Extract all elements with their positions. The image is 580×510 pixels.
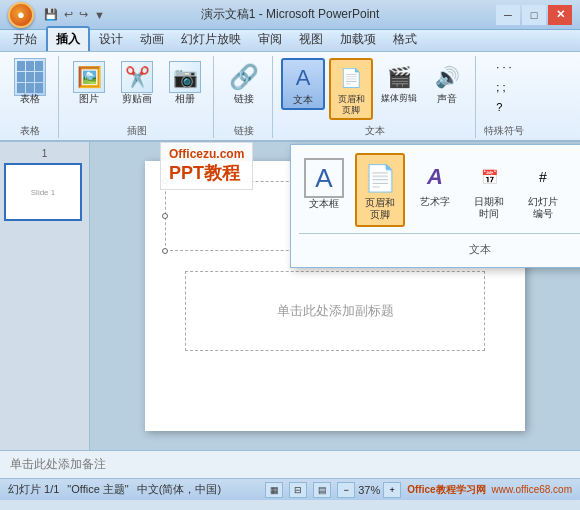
undo-button[interactable]: ↩ [62, 6, 75, 23]
save-button[interactable]: 💾 [42, 6, 60, 23]
handle-ml [162, 213, 168, 219]
dropdown-headfoot[interactable]: 📄 页眉和页脚 [355, 153, 405, 227]
textbox-label: 文本 [293, 94, 313, 106]
zoom-bar: − 37% + [337, 482, 401, 498]
tab-start[interactable]: 开始 [5, 28, 45, 51]
ribbon-group-text: A 文本 📄 页眉和页脚 🎬 媒体剪辑 🔊 声音 文本 [275, 56, 476, 138]
textbox-icon: A [287, 62, 319, 94]
ribbon-body: 表格 表格 🖼️ 图片 ✂️ 剪贴画 📷 相册 插图 🔗 [0, 52, 580, 142]
tab-design[interactable]: 设计 [91, 28, 131, 51]
picture-button[interactable]: 🖼️ 图片 [67, 58, 111, 108]
question-icon: ? [496, 101, 502, 113]
text-items: A 文本 📄 页眉和页脚 🎬 媒体剪辑 🔊 声音 [281, 56, 469, 122]
table-icon [14, 61, 46, 93]
headfoot-label: 页眉和页脚 [338, 94, 365, 116]
clipart-button[interactable]: ✂️ 剪贴画 [115, 58, 159, 108]
language: 中文(简体，中国) [137, 482, 221, 497]
link-icon: 🔗 [228, 61, 260, 93]
album-button[interactable]: 📷 相册 [163, 58, 207, 108]
media-icon: 🎬 [383, 61, 415, 93]
tab-animation[interactable]: 动画 [132, 28, 172, 51]
special-group-label: 特殊符号 [484, 122, 524, 138]
table-button[interactable]: 表格 [8, 58, 52, 108]
ribbon-group-tables: 表格 表格 [2, 56, 59, 138]
table-label: 表格 [20, 93, 40, 105]
qat-more-button[interactable]: ▼ [92, 7, 107, 23]
dots2-button[interactable]: ; ; [491, 78, 516, 96]
window-title: 演示文稿1 - Microsoft PowerPoint [201, 6, 380, 23]
dropdown-slideno[interactable]: # 幻灯片编号 [519, 153, 567, 225]
copyright-site: www.office68.com [492, 484, 572, 495]
picture-icon: 🖼️ [73, 61, 105, 93]
dropdown-date-label: 日期和时间 [474, 196, 504, 220]
dropdown-divider [299, 233, 580, 234]
dropdown-date[interactable]: 📅 日期和时间 [465, 153, 513, 225]
tab-view[interactable]: 视图 [291, 28, 331, 51]
dropdown-date-icon: 📅 [470, 158, 508, 196]
dropdown-slideno-icon: # [524, 158, 562, 196]
textbox-button[interactable]: A 文本 [281, 58, 325, 110]
tab-insert[interactable]: 插入 [46, 26, 90, 51]
office-button[interactable]: ● [8, 2, 34, 28]
notes-bar[interactable]: 单击此处添加备注 [0, 450, 580, 478]
close-button[interactable]: ✕ [548, 5, 572, 25]
special-items: · · · ; ; ? [491, 56, 516, 122]
view-slide-button[interactable]: ⊟ [289, 482, 307, 498]
links-items: 🔗 链接 [222, 56, 266, 122]
dropdown-headfoot-icon: 📄 [361, 159, 399, 197]
watermark-site: Officezu.com [169, 147, 244, 161]
text-group-label: 文本 [365, 122, 385, 138]
tables-group-label: 表格 [20, 122, 40, 138]
view-normal-button[interactable]: ▦ [265, 482, 283, 498]
special-col: · · · ; ; ? [491, 58, 516, 116]
sound-button[interactable]: 🔊 声音 [425, 58, 469, 108]
handle-bl [162, 248, 168, 254]
zoom-out-button[interactable]: − [337, 482, 355, 498]
dropdown-slideno-label: 幻灯片编号 [528, 196, 558, 220]
tables-items: 表格 [8, 56, 52, 122]
redo-button[interactable]: ↪ [77, 6, 90, 23]
link-button[interactable]: 🔗 链接 [222, 58, 266, 108]
ribbon-group-links: 🔗 链接 链接 [216, 56, 273, 138]
status-right: ▦ ⊟ ▤ − 37% + Office教程学习网 www.office68.c… [265, 482, 572, 498]
dots1-button[interactable]: · · · [491, 58, 516, 76]
links-group-label: 链接 [234, 122, 254, 138]
subtitle-placeholder: 单击此处添加副标题 [277, 302, 394, 320]
dropdown-symbol[interactable]: Ω 符号 [573, 153, 580, 213]
dropdown-wordart-icon: A [416, 158, 454, 196]
dropdown-section-label: 文本 [299, 240, 580, 259]
question-button[interactable]: ? [491, 98, 516, 116]
zoom-level: 37% [358, 484, 380, 496]
headfoot-button[interactable]: 📄 页眉和页脚 [329, 58, 373, 120]
album-icon: 📷 [169, 61, 201, 93]
title-left: ● 💾 ↩ ↪ ▼ [8, 2, 107, 28]
copyright: Office教程学习网 [407, 483, 485, 497]
theme-name: "Office 主题" [67, 482, 128, 497]
dropdown-textbox[interactable]: A 文本框 [299, 153, 349, 215]
view-reading-button[interactable]: ▤ [313, 482, 331, 498]
notes-placeholder: 单击此处添加备注 [10, 456, 106, 473]
dropdown-headfoot-label: 页眉和页脚 [365, 197, 395, 221]
tab-format[interactable]: 格式 [385, 28, 425, 51]
dropdown-wordart[interactable]: A 艺术字 [411, 153, 459, 213]
zoom-in-button[interactable]: + [383, 482, 401, 498]
media-button[interactable]: 🎬 媒体剪辑 [377, 58, 421, 107]
slide-panel: 1 Slide 1 [0, 142, 90, 450]
tab-slideshow[interactable]: 幻灯片放映 [173, 28, 249, 51]
minimize-button[interactable]: ─ [496, 5, 520, 25]
clipart-label: 剪贴画 [122, 93, 152, 105]
slide-number: 1 [4, 148, 85, 159]
link-label: 链接 [234, 93, 254, 105]
dropdown-wordart-label: 艺术字 [420, 196, 450, 208]
headfoot-icon: 📄 [335, 62, 367, 94]
window-controls: ─ □ ✕ [496, 5, 572, 25]
tab-review[interactable]: 审阅 [250, 28, 290, 51]
slide-thumbnail[interactable]: Slide 1 [4, 163, 82, 221]
tab-addins[interactable]: 加载项 [332, 28, 384, 51]
dots2-icon: ; ; [496, 81, 505, 93]
illustrations-group-label: 插图 [127, 122, 147, 138]
maximize-button[interactable]: □ [522, 5, 546, 25]
slide-info: 幻灯片 1/1 [8, 482, 59, 497]
slide-subtitle-box[interactable]: 单击此处添加副标题 [185, 271, 485, 351]
ribbon-tabs: 开始 插入 设计 动画 幻灯片放映 审阅 视图 加载项 格式 [0, 30, 580, 52]
